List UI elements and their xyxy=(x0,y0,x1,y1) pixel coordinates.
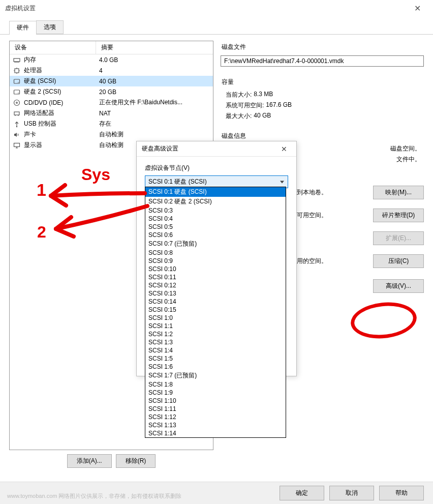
free-space-label: 系统可用空间: xyxy=(226,101,264,110)
hardware-row[interactable]: CD/DVD (IDE)正在使用文件 F:\BaiduNetdis... xyxy=(10,97,213,108)
disk-icon xyxy=(13,77,21,85)
hardware-item-label: USB 控制器 xyxy=(24,120,99,128)
hardware-item-summary: 4.0 GB xyxy=(99,56,210,64)
nic-icon xyxy=(13,109,21,117)
combo-dropdown: SCSI 0:1 硬盘 (SCSI)SCSI 0:2 硬盘 2 (SCSI)SC… xyxy=(145,187,286,438)
combo-option[interactable]: SCSI 1:0 xyxy=(145,314,286,322)
col-summary[interactable]: 摘要 xyxy=(96,41,213,54)
combo-option[interactable]: SCSI 0:5 xyxy=(145,223,286,231)
svg-rect-10 xyxy=(14,143,20,146)
memory-icon xyxy=(13,56,21,64)
hardware-row[interactable]: 声卡自动检测 xyxy=(10,129,213,140)
advanced-disk-dialog: 硬盘高级设置 ✕ 虚拟设备节点(V) SCSI 0:1 硬盘 (SCSI) SC… xyxy=(136,141,297,376)
combo-option[interactable]: SCSI 1:13 xyxy=(145,421,286,429)
ok-button[interactable]: 确定 xyxy=(280,486,324,500)
combo-option[interactable]: SCSI 1:4 xyxy=(145,346,286,354)
hardware-row[interactable]: 硬盘 2 (SCSI)20 GB xyxy=(10,86,213,97)
combo-option[interactable]: SCSI 1:2 xyxy=(145,330,286,338)
disk-icon xyxy=(13,88,21,96)
combo-option[interactable]: SCSI 0:14 xyxy=(145,298,286,306)
disk-info-line2: 文件中。 xyxy=(396,155,421,164)
combo-option[interactable]: SCSI 1:12 xyxy=(145,413,286,421)
combo-option[interactable]: SCSI 1:10 xyxy=(145,397,286,405)
remove-hardware-button[interactable]: 移除(R) xyxy=(116,454,156,468)
combo-option[interactable]: SCSI 1:1 xyxy=(145,322,286,330)
hardware-item-summary: 自动检测 xyxy=(99,130,210,139)
free-space-value: 167.6 GB xyxy=(266,101,292,110)
svg-point-6 xyxy=(14,100,20,105)
svg-point-3 xyxy=(18,82,19,83)
hardware-row[interactable]: 内存4.0 GB xyxy=(10,54,213,65)
help-button[interactable]: 帮助 xyxy=(379,486,424,500)
capacity-label: 容量 xyxy=(222,78,424,86)
combo-option[interactable]: SCSI 1:6 xyxy=(145,363,286,371)
combo-option[interactable]: SCSI 1:7 (已预留) xyxy=(145,371,286,380)
add-hardware-button[interactable]: 添加(A)... xyxy=(67,454,112,468)
tab-options[interactable]: 选项 xyxy=(36,20,64,34)
combo-option[interactable]: SCSI 1:8 xyxy=(145,380,286,389)
combo-option[interactable]: SCSI 0:11 xyxy=(145,273,286,281)
col-device[interactable]: 设备 xyxy=(10,41,96,54)
watermark: www.toymoban.com 网络图片仅供展示，非存储，如有侵权请联系删除 xyxy=(7,492,181,500)
dialog-close-icon[interactable]: ✕ xyxy=(277,145,291,153)
virtual-node-combo[interactable]: SCSI 0:1 硬盘 (SCSI) SCSI 0:1 硬盘 (SCSI)SCS… xyxy=(145,175,288,188)
tab-hardware[interactable]: 硬件 xyxy=(9,21,37,35)
hardware-item-label: 硬盘 2 (SCSI) xyxy=(24,87,99,96)
hardware-item-label: 显示器 xyxy=(24,141,99,150)
current-size-value: 8.3 MB xyxy=(254,91,273,99)
hardware-row[interactable]: 网络适配器NAT xyxy=(10,108,213,118)
svg-point-9 xyxy=(16,126,17,127)
hardware-row[interactable]: 处理器4 xyxy=(10,65,213,76)
combo-option[interactable]: SCSI 1:11 xyxy=(145,405,286,413)
hardware-list-header: 设备 摘要 xyxy=(10,41,213,54)
window-title: 虚拟机设置 xyxy=(4,4,406,13)
dialog-title: 硬盘高级设置 xyxy=(142,144,277,153)
svg-rect-4 xyxy=(14,90,20,94)
titlebar: 虚拟机设置 ✕ xyxy=(0,0,433,16)
combo-option[interactable]: SCSI 1:3 xyxy=(145,338,286,346)
combo-option[interactable]: SCSI 1:14 xyxy=(145,429,286,437)
close-icon[interactable]: ✕ xyxy=(406,1,429,16)
max-size-value: 40 GB xyxy=(254,112,271,121)
usb-icon xyxy=(13,120,21,128)
hardware-item-summary: NAT xyxy=(99,110,210,117)
hardware-item-label: 内存 xyxy=(24,55,99,64)
combo-option[interactable]: SCSI 0:1 硬盘 (SCSI) xyxy=(145,187,286,197)
combo-option[interactable]: SCSI 0:8 xyxy=(145,249,286,257)
disk-info-label: 磁盘信息 xyxy=(222,132,424,140)
svg-rect-8 xyxy=(14,112,19,115)
sound-icon xyxy=(13,131,21,139)
combo-option[interactable]: SCSI 1:5 xyxy=(145,354,286,363)
compact-button[interactable]: 压缩(C) xyxy=(373,254,424,268)
combo-option[interactable]: SCSI 0:10 xyxy=(145,265,286,273)
hardware-item-label: 处理器 xyxy=(24,66,99,75)
combo-option[interactable]: SCSI 1:9 xyxy=(145,389,286,397)
cancel-button[interactable]: 取消 xyxy=(329,486,374,500)
svg-rect-1 xyxy=(15,69,19,73)
combo-option[interactable]: SCSI 0:2 硬盘 2 (SCSI) xyxy=(145,197,286,206)
max-size-label: 最大大小: xyxy=(226,112,252,121)
map-button[interactable]: 映射(M)... xyxy=(373,186,424,199)
combo-option[interactable]: SCSI 0:13 xyxy=(145,289,286,298)
combo-option[interactable]: SCSI 0:4 xyxy=(145,215,286,223)
expand-button[interactable]: 扩展(E)... xyxy=(373,231,424,245)
combo-option[interactable]: SCSI 0:15 xyxy=(145,306,286,314)
hardware-item-summary: 4 xyxy=(99,67,210,74)
hardware-item-label: 网络适配器 xyxy=(24,109,99,117)
svg-point-5 xyxy=(18,93,19,94)
hardware-row[interactable]: USB 控制器存在 xyxy=(10,118,213,129)
combo-option[interactable]: SCSI 0:3 xyxy=(145,206,286,215)
hardware-item-summary: 20 GB xyxy=(99,88,210,96)
hardware-row[interactable]: 硬盘 (SCSI)40 GB xyxy=(10,76,213,86)
combo-option[interactable]: SCSI 0:7 (已预留) xyxy=(145,239,286,249)
hardware-item-label: 声卡 xyxy=(24,130,99,139)
defrag-button[interactable]: 碎片整理(D) xyxy=(373,209,424,222)
combo-option[interactable]: SCSI 0:9 xyxy=(145,257,286,265)
advanced-button[interactable]: 高级(V)... xyxy=(373,279,424,293)
svg-point-7 xyxy=(16,102,18,103)
combo-option[interactable]: SCSI 0:12 xyxy=(145,281,286,289)
disk-file-input[interactable] xyxy=(221,55,424,67)
hardware-item-summary: 存在 xyxy=(99,120,210,128)
svg-rect-2 xyxy=(14,79,20,83)
combo-option[interactable]: SCSI 0:6 xyxy=(145,231,286,239)
